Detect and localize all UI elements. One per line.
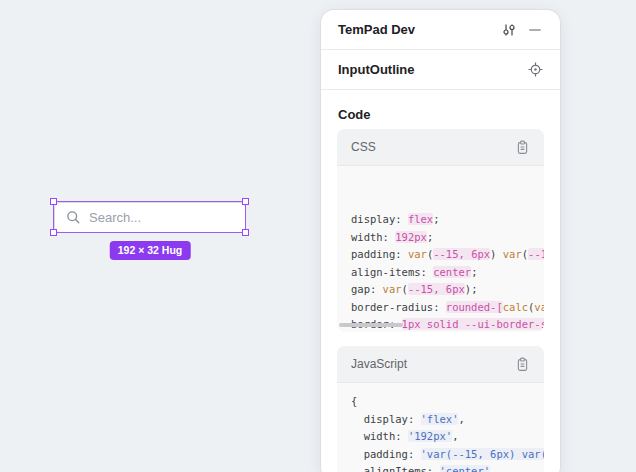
clipboard-icon[interactable] xyxy=(511,136,533,158)
search-placeholder: Search... xyxy=(89,210,141,225)
code-line: { xyxy=(351,393,544,411)
selection-handle-bottom-right[interactable] xyxy=(242,229,249,236)
minus-icon[interactable] xyxy=(524,19,546,41)
clipboard-icon[interactable] xyxy=(511,353,533,375)
code-section-label: Code xyxy=(338,107,543,122)
code-line: width: '192px', xyxy=(351,428,544,446)
js-code-card: JavaScript { display: 'flex', width: '19… xyxy=(337,346,544,472)
css-code-card: CSS display: flex;width: 192px;padding: … xyxy=(337,129,544,332)
crosshair-icon[interactable] xyxy=(524,59,546,81)
code-line: display: flex; xyxy=(351,211,544,229)
code-line: width: 192px; xyxy=(351,229,544,247)
css-language-label: CSS xyxy=(351,140,376,154)
selection-handle-bottom-left[interactable] xyxy=(50,229,57,236)
code-line: padding: 'var(--15, 6px) var(--15, 6px)'… xyxy=(351,446,544,464)
selection-size-badge: 192 × 32 Hug xyxy=(110,241,191,260)
selection-handle-top-left[interactable] xyxy=(50,198,57,205)
tempad-dev-panel: TemPad Dev InputOutline xyxy=(321,10,560,472)
search-icon xyxy=(65,209,82,226)
js-code-body[interactable]: { display: 'flex', width: '192px', paddi… xyxy=(337,383,544,472)
code-line: gap: var(--15, 6px); xyxy=(351,281,544,299)
panel-title: TemPad Dev xyxy=(338,22,415,37)
code-line: border-radius: rounded-[calc(var(--15 xyxy=(351,299,544,317)
panel-header: TemPad Dev xyxy=(321,10,560,50)
search-input[interactable]: Search... xyxy=(54,202,246,233)
code-line: align-items: center; xyxy=(351,264,544,282)
code-line: display: 'flex', xyxy=(351,411,544,429)
css-card-header: CSS xyxy=(337,129,544,166)
js-card-header: JavaScript xyxy=(337,346,544,383)
js-language-label: JavaScript xyxy=(351,357,407,371)
sliders-icon[interactable] xyxy=(498,19,520,41)
selection-handle-top-right[interactable] xyxy=(242,198,249,205)
code-line: padding: var(--15, 6px) var(--15, 6px); xyxy=(351,246,544,264)
component-name: InputOutline xyxy=(338,62,415,77)
css-code-body[interactable]: display: flex;width: 192px;padding: var(… xyxy=(337,166,544,332)
code-line: alignItems: 'center', xyxy=(351,463,544,472)
component-row: InputOutline xyxy=(321,50,560,90)
horizontal-scrollbar[interactable] xyxy=(339,323,403,327)
